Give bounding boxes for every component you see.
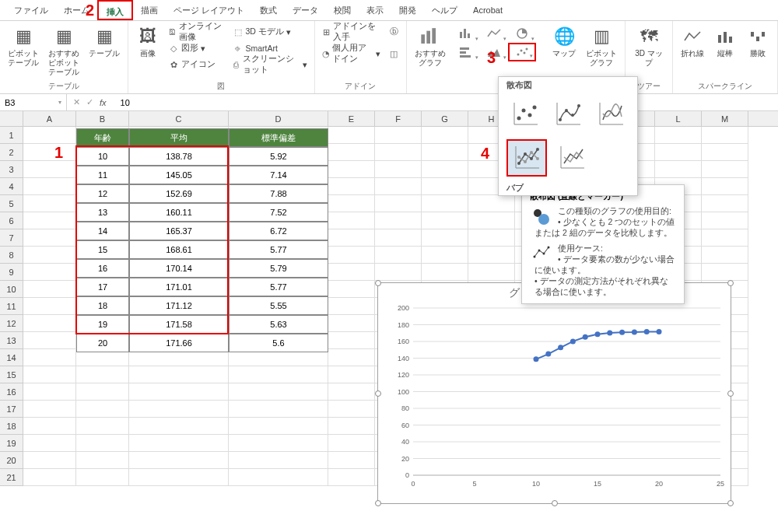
map-chart-button[interactable]: 🌐 マップ <box>548 24 580 60</box>
cell[interactable] <box>23 195 76 212</box>
cell[interactable] <box>76 366 129 383</box>
cell[interactable] <box>23 212 76 229</box>
table-cell[interactable]: 7.52 <box>229 203 328 222</box>
cell[interactable] <box>328 349 375 366</box>
row-header[interactable]: 11 <box>0 298 23 315</box>
pivotchart-button[interactable]: ▥ ピボットグラフ <box>583 24 620 69</box>
cell[interactable] <box>655 127 702 144</box>
col-header-E[interactable]: E <box>328 111 375 126</box>
cell[interactable] <box>129 383 229 401</box>
table-cell[interactable]: 7.14 <box>229 166 328 184</box>
cell[interactable] <box>375 195 422 212</box>
cell[interactable] <box>328 469 375 486</box>
recommended-pivot-button[interactable]: ▦ おすすめ ピボットテーブル <box>45 24 82 79</box>
bing-map-addin[interactable]: ⓑ <box>386 24 401 40</box>
row-header[interactable]: 6 <box>0 212 23 229</box>
cell[interactable] <box>375 144 422 161</box>
table-cell[interactable]: 171.01 <box>129 278 229 296</box>
cell[interactable] <box>702 195 748 212</box>
row-header[interactable]: 18 <box>0 418 23 435</box>
cell[interactable] <box>229 452 328 469</box>
cell[interactable] <box>129 366 229 383</box>
row-header[interactable]: 3 <box>0 161 23 178</box>
bar-chart-button[interactable]: ▾ <box>452 43 480 61</box>
table-cell[interactable]: 171.66 <box>129 334 229 352</box>
cell[interactable] <box>655 161 702 178</box>
cell[interactable] <box>468 212 515 229</box>
tab-review[interactable]: 校閲 <box>326 0 359 20</box>
cell[interactable] <box>422 247 468 264</box>
formula-input[interactable]: 10 <box>113 98 138 107</box>
cell[interactable] <box>328 127 375 144</box>
cell[interactable] <box>375 212 422 229</box>
icons-button[interactable]: ✿アイコン <box>166 57 226 72</box>
cell[interactable] <box>422 212 468 229</box>
tab-draw[interactable]: 描画 <box>133 0 166 20</box>
table-cell[interactable]: 15 <box>76 240 129 259</box>
cell[interactable] <box>129 418 229 435</box>
shapes-button[interactable]: ◇図形 ▾ <box>166 40 226 56</box>
pie-chart-button[interactable]: ▾ <box>508 24 536 43</box>
cell[interactable] <box>23 418 76 435</box>
cell[interactable] <box>129 452 229 469</box>
col-header-G[interactable]: G <box>422 111 468 126</box>
cell[interactable] <box>23 349 76 366</box>
cell[interactable] <box>422 178 468 195</box>
cell[interactable] <box>375 229 422 247</box>
cell[interactable] <box>229 383 328 401</box>
cell[interactable] <box>328 212 375 229</box>
select-all-corner[interactable] <box>0 111 23 126</box>
cell[interactable] <box>328 281 375 298</box>
col-header-M[interactable]: M <box>702 111 748 126</box>
cell[interactable] <box>702 212 748 229</box>
row-header[interactable]: 1 <box>0 127 23 144</box>
col-header-L[interactable]: L <box>655 111 702 126</box>
cell[interactable] <box>422 264 468 281</box>
table-cell[interactable]: 20 <box>76 334 129 352</box>
table-cell[interactable]: 171.12 <box>129 296 229 315</box>
scatter-straight-lines[interactable] <box>552 139 592 177</box>
cell[interactable] <box>328 315 375 332</box>
cell[interactable] <box>468 229 515 247</box>
table-cell[interactable]: 11 <box>76 166 129 184</box>
row-header[interactable]: 17 <box>0 401 23 418</box>
cell[interactable] <box>23 469 76 486</box>
table-cell[interactable]: 13 <box>76 203 129 222</box>
table-cell[interactable]: 10 <box>76 147 129 166</box>
screenshot-button[interactable]: ⎙スクリーンショット ▾ <box>230 57 310 72</box>
table-cell[interactable]: 5.6 <box>229 334 328 352</box>
table-cell[interactable]: 145.05 <box>129 166 229 184</box>
cell[interactable] <box>76 435 129 452</box>
cell[interactable] <box>702 264 748 281</box>
table-button[interactable]: ▦ テーブル <box>86 24 123 60</box>
table-cell[interactable]: 165.37 <box>129 222 229 240</box>
embedded-chart[interactable]: グラフ タイトル 0204060801001201401601802000510… <box>377 282 731 504</box>
row-header[interactable]: 2 <box>0 144 23 161</box>
cell[interactable] <box>655 144 702 161</box>
scatter-straight-markers[interactable] <box>506 139 547 177</box>
cell[interactable] <box>328 264 375 281</box>
cell[interactable] <box>229 366 328 383</box>
cell[interactable] <box>328 298 375 315</box>
table-cell[interactable]: 5.79 <box>229 259 328 278</box>
table-cell[interactable]: 5.92 <box>229 147 328 166</box>
tab-view[interactable]: 表示 <box>359 0 391 20</box>
cell[interactable] <box>23 178 76 195</box>
cell[interactable] <box>328 195 375 212</box>
cell[interactable] <box>23 161 76 178</box>
col-header-F[interactable]: F <box>375 111 422 126</box>
row-header[interactable]: 19 <box>0 435 23 452</box>
cell[interactable] <box>23 144 76 161</box>
table-cell[interactable]: 5.77 <box>229 240 328 259</box>
table-cell[interactable]: 168.61 <box>129 240 229 259</box>
cell[interactable] <box>328 401 375 418</box>
cell[interactable] <box>702 161 748 178</box>
table-cell[interactable]: 6.72 <box>229 222 328 240</box>
row-header[interactable]: 16 <box>0 383 23 401</box>
3dmap-button[interactable]: 🗺 3D マップ <box>630 24 668 69</box>
cell[interactable] <box>129 401 229 418</box>
cell[interactable] <box>422 229 468 247</box>
sparkline-winloss-button[interactable]: 勝敗 <box>743 24 773 60</box>
tab-file[interactable]: ファイル <box>6 0 56 20</box>
row-header[interactable]: 20 <box>0 452 23 469</box>
